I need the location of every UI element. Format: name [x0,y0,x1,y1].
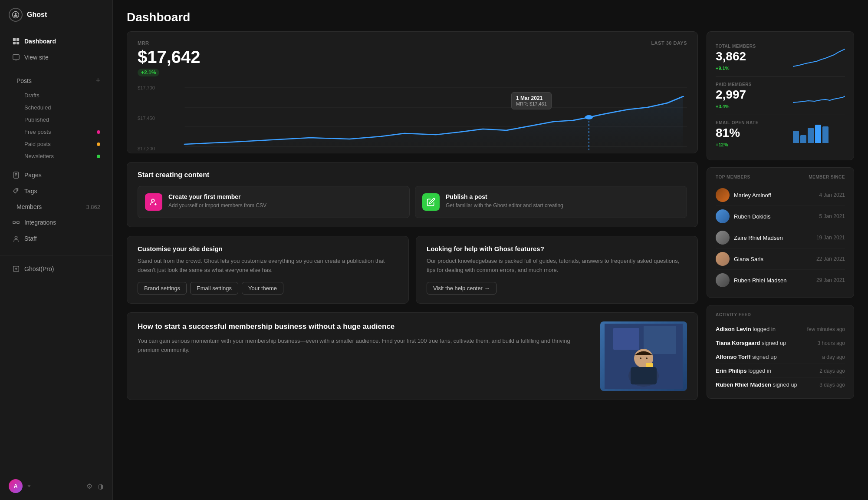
your-theme-button[interactable]: Your theme [242,282,283,295]
user-menu[interactable]: A [9,479,32,493]
list-item: Adison Levin logged in few minutes ago [716,322,845,336]
main-content: Dashboard MRR LAST 30 DAYS $17,642 +2.1%… [113,0,868,500]
member-since-date: 5 Jan 2021 [819,213,845,219]
avatar [716,273,730,287]
list-item[interactable]: Giana Saris 22 Jan 2021 [716,248,845,270]
activity-text: Adison Levin logged in [716,326,776,332]
add-post-button[interactable]: + [95,76,100,85]
members-list: Marley Aminoff 4 Jan 2021 Ruben Dokidis … [716,185,845,291]
list-item[interactable]: Ruben Dokidis 5 Jan 2021 [716,206,845,227]
sidebar-item-scheduled[interactable]: Scheduled [3,102,109,113]
activity-time: 3 days ago [819,382,845,388]
sidebar-item-dashboard[interactable]: Dashboard [3,33,109,49]
mrr-label: MRR [138,40,149,46]
create-member-icon [145,193,162,211]
sidebar-item-posts[interactable]: Posts + [3,72,109,89]
tags-icon [12,187,20,195]
svg-point-21 [15,236,17,238]
paid-members-value: 2,997 [716,88,793,102]
article-illustration [605,324,683,389]
sidebar-navigation: Dashboard View site Posts + Drafts Sched… [0,30,112,472]
email-settings-button[interactable]: Email settings [190,282,238,295]
tooltip-value: MRR: $17,461 [516,101,547,106]
activity-time: a day ago [822,354,845,360]
sidebar-bottom: A ⚙ ◑ [0,472,112,500]
sidebar-item-published[interactable]: Published [3,114,109,126]
svg-rect-38 [631,367,657,384]
sidebar-logo[interactable]: Ghost [0,0,112,30]
help-buttons: Visit the help center → [427,282,687,295]
visit-help-center-button[interactable]: Visit the help center → [427,282,496,295]
svg-point-1 [15,13,17,15]
sidebar-item-staff[interactable]: Staff [3,231,109,246]
ghostpro-icon [12,265,20,273]
svg-point-39 [640,358,641,359]
tooltip-date: 1 Mar 2021 [516,95,547,101]
member-since-date: 4 Jan 2021 [819,192,845,198]
customize-buttons: Brand settings Email settings Your theme [138,282,398,295]
total-members-label: TOTAL MEMBERS [716,44,793,49]
top-members-card: TOP MEMBERS MEMBER SINCE Marley Aminoff … [707,167,854,298]
info-cards-row: Customise your site design Stand out fro… [127,236,698,304]
sidebar-item-newsletters[interactable]: Newsletters [3,150,109,162]
activity-text: Erin Philips logged in [716,368,771,374]
create-member-action[interactable]: Create your first member Add yourself or… [138,186,410,218]
start-creating-card: Start creating content Create your first… [127,162,698,227]
page-title: Dashboard [127,10,854,24]
member-since-label: MEMBER SINCE [809,175,845,179]
svg-rect-2 [13,38,16,41]
posts-label: Posts [16,77,32,84]
member-name: Ruben Rhiel Madsen [734,277,786,284]
sidebar-item-paidposts[interactable]: Paid posts [3,138,109,150]
svg-rect-19 [17,221,19,223]
mrr-chart: $17,700 $17,450 $17,200 [138,83,687,153]
activity-text: Tiana Korsgaard signed up [716,340,786,346]
action1-desc: Add yourself or import members from CSV [168,202,266,209]
settings-icon[interactable]: ⚙ [86,482,92,490]
list-item[interactable]: Zaire Rhiel Madsen 19 Jan 2021 [716,227,845,248]
svg-rect-18 [13,221,15,223]
sidebar-item-tags[interactable]: Tags [3,183,109,199]
chart-svg [138,83,687,153]
member-since-date: 19 Jan 2021 [816,235,845,241]
actions-grid: Create your first member Add yourself or… [138,186,687,218]
svg-point-40 [646,358,648,359]
chevron-down-icon [26,483,32,489]
brand-settings-button[interactable]: Brand settings [138,282,187,295]
sidebar-item-pages[interactable]: Pages [3,167,109,183]
activity-text: Alfonso Torff signed up [716,354,777,360]
list-item[interactable]: Ruben Rhiel Madsen 29 Jan 2021 [716,270,845,291]
theme-toggle-icon[interactable]: ◑ [98,482,104,490]
sidebar-item-freeposts[interactable]: Free posts [3,126,109,138]
sidebar-item-members[interactable]: Members 3,862 [3,199,109,214]
total-members-badge: +9.1% [716,66,730,71]
list-item[interactable]: Marley Aminoff 4 Jan 2021 [716,185,845,206]
sidebar-item-ghostpro[interactable]: Ghost(Pro) [3,261,109,277]
svg-rect-5 [16,42,19,44]
activity-feed-card: ACTIVITY FEED Adison Levin logged in few… [707,305,854,399]
sidebar-item-drafts[interactable]: Drafts [3,89,109,101]
member-since-date: 22 Jan 2021 [816,256,845,262]
activity-time: 2 days ago [819,368,845,374]
sidebar-item-integrations[interactable]: Integrations [3,215,109,230]
help-desc: Our product knowledgebase is packed full… [427,257,687,275]
activity-time: 3 hours ago [818,340,845,346]
member-name: Giana Saris [734,256,763,262]
sidebar: Ghost Dashboard View site Posts + Drafts… [0,0,113,500]
customize-desc: Stand out from the crowd. Ghost lets you… [138,257,398,275]
list-item: Alfonso Torff signed up a day ago [716,350,845,364]
sidebar-item-viewsite[interactable]: View site [3,50,109,65]
avatar [716,209,730,223]
publish-post-action[interactable]: Publish a post Get familiar with the Gho… [415,186,687,218]
right-column: TOTAL MEMBERS 3,862 +9.1% [707,31,854,400]
action2-title: Publish a post [446,193,563,200]
paid-members-stat: PAID MEMBERS 2,997 +3.4% [716,77,845,115]
person-add-icon [149,198,158,206]
mrr-value: $17,642 [138,47,687,67]
article-title: How to start a successful membership bus… [138,321,592,332]
avatar [716,188,730,202]
member-name: Ruben Dokidis [734,213,771,220]
email-open-value: 81% [716,126,793,140]
member-since-date: 29 Jan 2021 [816,277,845,283]
publish-post-icon [422,193,440,211]
